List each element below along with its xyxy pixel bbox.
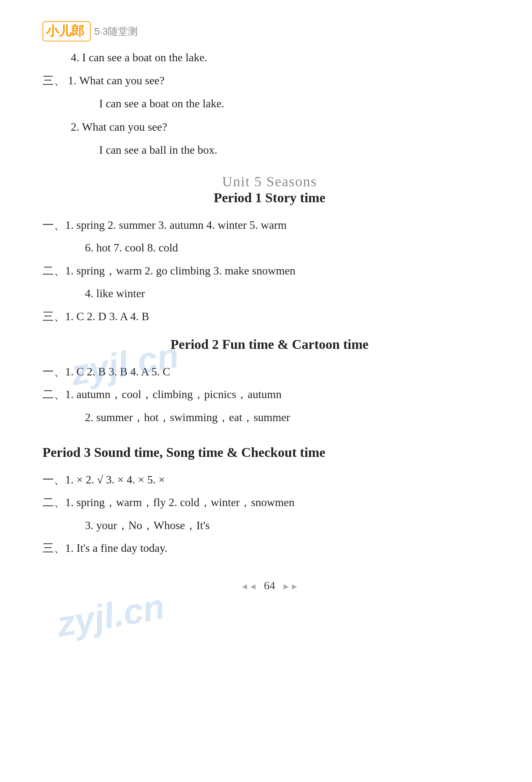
p3-yi-line1: 1. × 2. √ 3. × 4. × 5. × bbox=[65, 470, 497, 489]
p2-yi-line1: 1. C 2. B 3. B 4. A 5. C bbox=[65, 362, 497, 381]
item4-text: 4. I can see a boat on the lake. bbox=[71, 51, 207, 64]
period3-title: Period 3 Sound time, Song time & Checkou… bbox=[42, 444, 497, 460]
p3-er-row1: 二、 1. spring，warm，fly 2. cold，winter，sno… bbox=[42, 493, 497, 512]
p1-yi-row1: 一、 1. spring 2. summer 3. autumn 4. wint… bbox=[42, 215, 497, 234]
p3-er-line2: 3. your，No，Whose，It's bbox=[85, 516, 497, 535]
page-number-area: ◄◄ 64 ►► bbox=[42, 579, 497, 592]
q1-ans: I can see a boat on the lake. bbox=[99, 95, 497, 113]
p3-san-row1: 三、 1. It's a fine day today. bbox=[42, 538, 497, 557]
period1-title: Period 1 Story time bbox=[42, 190, 497, 205]
watermark2: zyjl.cn bbox=[54, 586, 167, 645]
p1-er-row2: 4. like winter bbox=[42, 284, 497, 303]
p3-er-line1: 1. spring，warm，fly 2. cold，winter，snowme… bbox=[65, 493, 497, 512]
san-label: 三、 bbox=[42, 74, 65, 87]
p1-yi-line2: 6. hot 7. cool 8. cold bbox=[85, 238, 497, 257]
prev-arrow[interactable]: ◄◄ bbox=[240, 582, 257, 591]
p2-yi-label: 一、 bbox=[42, 362, 65, 381]
q2-ans: I can see a ball in the box. bbox=[99, 141, 497, 159]
p1-san-row1: 三、 1. C 2. D 3. A 4. B bbox=[42, 307, 497, 326]
p1-yi-line1: 1. spring 2. summer 3. autumn 4. winter … bbox=[65, 215, 497, 234]
next-arrow[interactable]: ►► bbox=[282, 582, 299, 591]
q2-ans-text: I can see a ball in the box. bbox=[99, 143, 217, 156]
p2-er-row1: 二、 1. autumn，cool，climbing，picnics，autum… bbox=[42, 385, 497, 404]
period2-title: Period 2 Fun time & Cartoon time bbox=[42, 336, 497, 352]
p2-er-row2: 2. summer，hot，swimming，eat，summer bbox=[42, 408, 497, 427]
p1-yi-row2: 6. hot 7. cool 8. cold bbox=[42, 238, 497, 257]
p1-yi-label: 一、 bbox=[42, 215, 65, 234]
p3-er-row2: 3. your，No，Whose，It's bbox=[42, 516, 497, 535]
p1-er-line1: 1. spring，warm 2. go climbing 3. make sn… bbox=[65, 261, 497, 280]
period2-block: 一、 1. C 2. B 3. B 4. A 5. C 二、 1. autumn… bbox=[42, 362, 497, 427]
p3-er-label: 二、 bbox=[42, 493, 65, 512]
q1-ans-text: I can see a boat on the lake. bbox=[99, 97, 224, 110]
p1-san-line1: 1. C 2. D 3. A 4. B bbox=[65, 307, 497, 326]
p2-yi-row1: 一、 1. C 2. B 3. B 4. A 5. C bbox=[42, 362, 497, 381]
q1-label: 1. What can you see? bbox=[68, 74, 165, 87]
p1-er-label: 二、 bbox=[42, 261, 65, 280]
p1-er-line2: 4. like winter bbox=[85, 284, 497, 303]
san-section: 三、 1. What can you see? bbox=[42, 72, 497, 90]
p2-er-line1: 1. autumn，cool，climbing，picnics，autumn bbox=[65, 385, 497, 404]
period1-block: 一、 1. spring 2. summer 3. autumn 4. wint… bbox=[42, 215, 497, 326]
page: 小儿郎 5·3随堂测 4. I can see a boat on the la… bbox=[0, 0, 532, 782]
logo-badge: 小儿郎 bbox=[42, 21, 91, 41]
item4-line: 4. I can see a boat on the lake. bbox=[71, 49, 497, 67]
p2-er-label: 二、 bbox=[42, 385, 65, 404]
unit-title: Unit 5 Seasons bbox=[42, 173, 497, 190]
top-content: 4. I can see a boat on the lake. 三、 1. W… bbox=[42, 49, 497, 159]
p3-yi-label: 一、 bbox=[42, 470, 65, 489]
logo-icon: 小儿郎 bbox=[46, 23, 84, 40]
period3-block: 一、 1. × 2. √ 3. × 4. × 5. × 二、 1. spring… bbox=[42, 470, 497, 558]
q2-line: 2. What can you see? bbox=[71, 118, 497, 136]
unit-header: Unit 5 Seasons Period 1 Story time bbox=[42, 173, 497, 205]
p3-san-label: 三、 bbox=[42, 538, 65, 557]
p1-san-label: 三、 bbox=[42, 307, 65, 326]
p3-san-line1: 1. It's a fine day today. bbox=[65, 538, 497, 557]
p2-er-line2: 2. summer，hot，swimming，eat，summer bbox=[85, 408, 497, 427]
p3-yi-row1: 一、 1. × 2. √ 3. × 4. × 5. × bbox=[42, 470, 497, 489]
page-number: 64 bbox=[264, 579, 275, 592]
logo-area: 小儿郎 5·3随堂测 bbox=[42, 21, 497, 41]
q2-label: 2. What can you see? bbox=[71, 120, 167, 133]
p1-er-row1: 二、 1. spring，warm 2. go climbing 3. make… bbox=[42, 261, 497, 280]
badge-text: 5·3随堂测 bbox=[94, 25, 138, 38]
